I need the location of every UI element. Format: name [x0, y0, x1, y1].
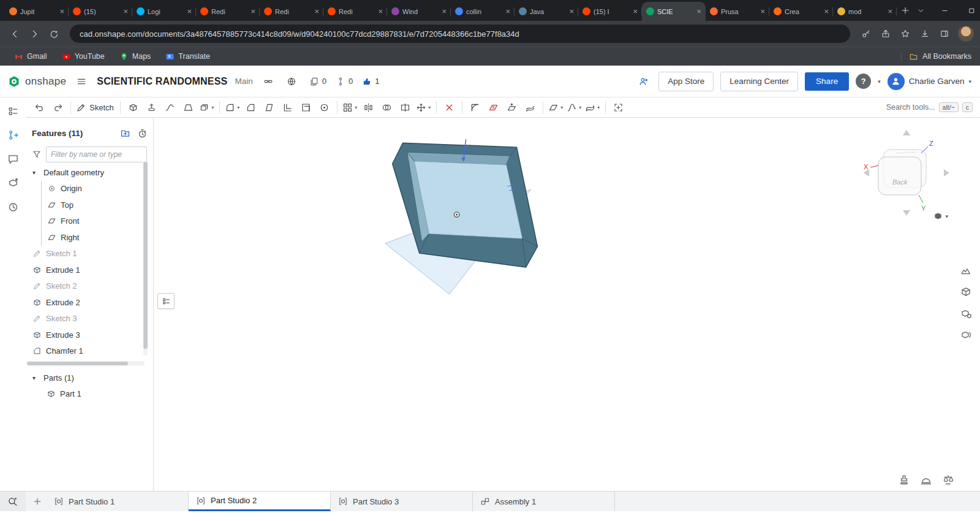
- url-bar[interactable]: cad.onshape.com/documents/3a487645788577…: [70, 25, 850, 43]
- document-tab[interactable]: Part Studio 2: [189, 492, 331, 511]
- likes-stat[interactable]: 1: [362, 77, 379, 86]
- bottom-search-button[interactable]: [0, 491, 26, 511]
- draft-button[interactable]: [260, 99, 278, 115]
- tab-close-icon[interactable]: ×: [760, 7, 765, 15]
- rib-button[interactable]: [279, 99, 296, 115]
- history-button[interactable]: [6, 199, 20, 214]
- feature-panel-vscrollbar[interactable]: [143, 161, 148, 356]
- insert-feature-button[interactable]: [609, 99, 627, 115]
- feature-manager-button[interactable]: [6, 104, 20, 118]
- view-cube[interactable]: Back Z X Y: [860, 126, 953, 219]
- feature-list-flyout-button[interactable]: [157, 293, 175, 309]
- browser-tab[interactable]: (15) I×: [578, 2, 642, 21]
- viewcube-arrow-right[interactable]: [944, 169, 949, 177]
- split-button[interactable]: [396, 99, 414, 115]
- browser-tab[interactable]: Crea×: [769, 2, 833, 21]
- feature-group-row[interactable]: ▾Default geometry: [26, 164, 153, 181]
- minimize-button[interactable]: [931, 0, 958, 21]
- feature-row[interactable]: Sketch 1: [26, 246, 153, 262]
- dropdown-caret-icon[interactable]: ▾: [355, 105, 357, 110]
- vscroll-thumb[interactable]: [143, 162, 148, 349]
- new-tab-button[interactable]: [900, 2, 910, 18]
- modify-fillet-button[interactable]: [466, 99, 484, 115]
- plane-button[interactable]: ▾: [547, 99, 565, 115]
- loft-button[interactable]: [179, 99, 197, 115]
- part-row[interactable]: Part 1: [26, 386, 153, 403]
- shell-button[interactable]: [297, 99, 315, 115]
- document-tab[interactable]: Part Studio 1: [47, 492, 189, 511]
- browser-tab[interactable]: Redi×: [323, 2, 387, 21]
- onshape-home-link[interactable]: onshape: [7, 75, 66, 88]
- copies-stat[interactable]: 0: [309, 77, 326, 86]
- sketch-button[interactable]: Sketch: [75, 99, 116, 115]
- tab-close-icon[interactable]: ×: [251, 7, 255, 15]
- browser-tab[interactable]: Prusa×: [706, 2, 769, 21]
- surface-tools-button[interactable]: ▾: [584, 99, 601, 115]
- browser-tab[interactable]: Wind×: [387, 2, 451, 21]
- parts-list-button[interactable]: [6, 175, 20, 190]
- browser-tab[interactable]: SCIE×: [642, 2, 706, 21]
- revolve-button[interactable]: [143, 99, 160, 115]
- dropdown-caret-icon[interactable]: ▾: [237, 105, 239, 110]
- bookmark-translate[interactable]: Translate: [160, 50, 216, 63]
- delete-part-button[interactable]: [440, 99, 458, 115]
- delete-face-button[interactable]: [484, 99, 502, 115]
- tab-close-icon[interactable]: ×: [442, 7, 447, 15]
- feature-row[interactable]: Chamfer 1: [26, 343, 153, 360]
- model-viewport[interactable]: Back Z X Y ▾: [154, 118, 980, 491]
- viewcube-front-face[interactable]: [878, 157, 921, 195]
- share-button[interactable]: Share: [805, 72, 849, 91]
- forward-button[interactable]: [26, 25, 43, 42]
- bookmark-maps[interactable]: Maps: [114, 50, 157, 63]
- stamp-icon[interactable]: [897, 473, 911, 487]
- tab-close-icon[interactable]: ×: [824, 7, 829, 15]
- invite-collaborators-icon[interactable]: [636, 74, 652, 89]
- boolean-button[interactable]: [378, 99, 396, 115]
- browser-tab[interactable]: collin×: [451, 2, 514, 21]
- user-menu[interactable]: Charlie Garven ▾: [888, 73, 971, 90]
- back-button[interactable]: [6, 25, 23, 42]
- feature-row[interactable]: Front: [42, 213, 153, 230]
- tab-close-icon[interactable]: ×: [505, 7, 510, 15]
- redo-button[interactable]: [49, 99, 67, 115]
- dropdown-caret-icon[interactable]: ▾: [579, 105, 581, 110]
- feature-row[interactable]: Origin: [42, 181, 153, 197]
- versions-stat[interactable]: 0: [336, 77, 353, 86]
- browser-tab[interactable]: Redi×: [196, 2, 260, 21]
- copy-link-icon[interactable]: [260, 74, 276, 89]
- tab-close-icon[interactable]: ×: [633, 7, 638, 15]
- origin-marker[interactable]: [454, 212, 459, 217]
- feature-filter-input[interactable]: [46, 146, 147, 162]
- curve-button[interactable]: ▾: [565, 99, 583, 115]
- create-version-button[interactable]: [6, 127, 20, 142]
- extrude-button[interactable]: [124, 99, 142, 115]
- main-menu-button[interactable]: [74, 74, 89, 89]
- 3d-scene[interactable]: [154, 118, 980, 491]
- linear-pattern-button[interactable]: ▾: [341, 99, 359, 115]
- password-key-icon[interactable]: [858, 25, 875, 42]
- document-tab[interactable]: Part Studio 3: [331, 492, 473, 511]
- offset-surface-button[interactable]: [521, 99, 539, 115]
- browser-tab[interactable]: mod×: [833, 2, 897, 21]
- bookmark-star-icon[interactable]: [897, 25, 914, 42]
- feature-row[interactable]: Extrude 1: [26, 262, 153, 278]
- tab-search-button[interactable]: [910, 0, 931, 21]
- bookmark-youtube[interactable]: YouTube: [56, 50, 110, 63]
- side-panel-icon-4[interactable]: [958, 327, 974, 343]
- tab-close-icon[interactable]: ×: [123, 7, 128, 15]
- parts-group-row[interactable]: ▾Parts (1): [26, 370, 153, 386]
- hscroll-thumb[interactable]: [27, 362, 128, 365]
- feature-row[interactable]: Top: [42, 197, 153, 213]
- sweep-button[interactable]: [161, 99, 179, 115]
- browser-tab[interactable]: Java×: [514, 2, 578, 21]
- feature-row[interactable]: Sketch 2: [26, 278, 153, 295]
- hole-button[interactable]: [315, 99, 333, 115]
- add-tab-button[interactable]: [28, 493, 47, 509]
- browser-tab[interactable]: Logi×: [132, 2, 196, 21]
- feature-row[interactable]: Right: [42, 229, 153, 246]
- side-panel-icon-3[interactable]: [958, 305, 974, 321]
- feature-history-icon[interactable]: [136, 127, 148, 139]
- browser-tab[interactable]: Jupit×: [5, 2, 69, 21]
- view-options-button[interactable]: ▾: [933, 211, 948, 221]
- tab-close-icon[interactable]: ×: [314, 7, 319, 15]
